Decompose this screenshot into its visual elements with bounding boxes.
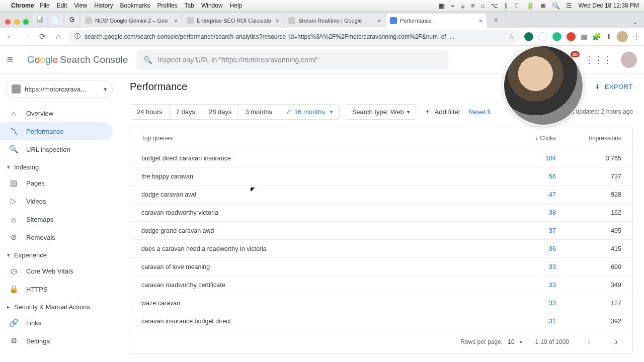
close-tab-icon[interactable]: × [478, 17, 482, 25]
table-row[interactable]: dodge caravan awd47928 [130, 186, 632, 204]
tray-icon[interactable]: ≡ [471, 2, 475, 10]
date-seg-3m[interactable]: 3 months [238, 105, 279, 119]
date-seg-28d[interactable]: 28 days [202, 105, 239, 119]
next-page-button[interactable]: › [609, 337, 623, 346]
close-tab-icon[interactable]: × [377, 17, 381, 25]
pinned-tab[interactable]: 📊 [33, 13, 47, 26]
sidebar-item-performance[interactable]: 〽 Performance [0, 122, 113, 140]
browser-tab[interactable]: Stream Realtime | Google × [284, 14, 385, 28]
rows-per-page-select[interactable]: 10 ▾ [508, 338, 522, 345]
pinned-tab[interactable]: 📄 [49, 13, 63, 26]
reload-button[interactable]: ⟳ [36, 32, 48, 41]
wifi-icon[interactable]: ⋒ [540, 2, 546, 10]
window-controls[interactable] [3, 19, 33, 28]
sidebar-item-url-inspection[interactable]: 🔍 URL inspection [0, 140, 113, 158]
url-inspect-input[interactable]: 🔍 Inspect any URL in "https://motorcarav… [136, 50, 448, 70]
tray-icon[interactable]: ⌁ [451, 2, 455, 10]
account-avatar-icon[interactable] [621, 52, 637, 68]
back-button[interactable]: ← [4, 32, 16, 41]
hamburger-menu-icon[interactable]: ≡ [7, 54, 19, 65]
prev-page-button[interactable]: ‹ [582, 337, 596, 346]
browser-tab[interactable]: NEW Google Gemini 2 – Goo × [81, 14, 182, 28]
address-bar[interactable]: ⓘ search.google.com/search-console/perfo… [68, 30, 520, 44]
fullscreen-window-icon[interactable] [23, 19, 29, 25]
close-window-icon[interactable] [5, 19, 11, 25]
extension-icon[interactable] [567, 32, 576, 41]
col-header-impressions[interactable]: Impressions [556, 135, 621, 142]
menu-view[interactable]: View [74, 2, 87, 9]
sidebar-section-experience[interactable]: ▾ Experience [0, 246, 119, 262]
tray-icon[interactable]: ⌥ [491, 2, 498, 10]
close-tab-icon[interactable]: × [275, 17, 279, 25]
home-button[interactable]: ⌂ [52, 32, 64, 41]
add-filter-button[interactable]: ＋ Add filter [422, 104, 462, 120]
sidebar-item-sitemaps[interactable]: ⎋ Sitemaps [0, 210, 113, 228]
sidebar-item-videos[interactable]: ▷ Videos [0, 192, 113, 210]
reset-filters-link[interactable]: Reset fi [468, 108, 491, 116]
new-tab-button[interactable]: + [490, 14, 503, 27]
col-header-clicks[interactable]: ↓ Clicks [496, 135, 556, 142]
menu-history[interactable]: History [94, 2, 113, 9]
sidebar-section-security[interactable]: ▸ Security & Manual Actions [0, 298, 119, 314]
sidebar-item-overview[interactable]: ⌂ Overview [0, 104, 113, 122]
search-type-chip[interactable]: Search type: Web ▾ [346, 104, 416, 120]
close-tab-icon[interactable]: × [174, 17, 178, 25]
extension-icon[interactable] [552, 32, 561, 41]
table-row[interactable]: budget direct caravan insurance1043,765 [130, 149, 632, 167]
date-seg-16m[interactable]: ✓ 16 months ▾ [279, 105, 339, 119]
bluetooth-icon[interactable]: ᛒ [504, 2, 508, 10]
active-app-name[interactable]: Chrome [11, 2, 34, 9]
menu-edit[interactable]: Edit [57, 2, 67, 9]
tray-icon[interactable]: ▦ [439, 2, 445, 10]
property-selector[interactable]: https://motorcarava... ▾ [6, 80, 113, 98]
browser-tab-active[interactable]: Performance × [386, 14, 487, 28]
tray-icon[interactable]: ⏚ [461, 2, 465, 10]
export-button[interactable]: ⬇ EXPORT [595, 83, 633, 90]
menu-window[interactable]: Window [201, 2, 223, 9]
sidebar-item-removals[interactable]: ⊘ Removals [0, 228, 113, 246]
sidebar-item-feedback[interactable]: ⚑ Submit feedback [0, 356, 113, 362]
moon-icon[interactable]: ☾ [514, 2, 520, 10]
table-row[interactable]: does a caravan need a roadworthy in vict… [130, 240, 632, 258]
minimize-window-icon[interactable] [14, 19, 20, 25]
bookmark-star-icon[interactable]: ☆ [509, 33, 514, 40]
table-row[interactable]: waze caravan33127 [130, 294, 632, 312]
extension-icon[interactable]: ▦ [581, 33, 587, 41]
menu-file[interactable]: File [40, 2, 49, 9]
sidebar-item-https[interactable]: 🔒 HTTPS [0, 280, 113, 298]
date-seg-24h[interactable]: 24 hours [130, 105, 170, 119]
gsc-logo[interactable]: Google Search Console [27, 54, 128, 65]
sidebar-item-pages[interactable]: ▤ Pages [0, 174, 113, 192]
browser-tab[interactable]: Enterprise SEO ROI Calculato × [183, 14, 283, 28]
menu-profiles[interactable]: Profiles [157, 2, 178, 9]
extension-icon[interactable] [524, 32, 533, 41]
table-row[interactable]: caravan roadworthy victoria38162 [130, 204, 632, 222]
sidebar-item-links[interactable]: 🔗 Links [0, 314, 113, 332]
tabs-overflow-icon[interactable]: ⌄ [629, 18, 641, 28]
date-seg-7d[interactable]: 7 days [170, 105, 202, 119]
control-center-icon[interactable]: ☰ [566, 2, 572, 10]
downloads-icon[interactable]: ⬇ [606, 33, 612, 41]
table-row[interactable]: caravan roadworthy certificate33349 [130, 276, 632, 294]
forward-button[interactable]: → [20, 32, 32, 41]
extension-icon[interactable] [538, 32, 547, 41]
menu-tab[interactable]: Tab [185, 2, 194, 9]
table-row[interactable]: the happy caravan56737 [130, 167, 632, 186]
sidebar-item-settings[interactable]: ⚙ Settings [0, 332, 113, 350]
chrome-menu-icon[interactable]: ⋮ [633, 33, 640, 41]
clock[interactable]: Wed Dec 18 12:38 PM [578, 2, 639, 9]
google-apps-icon[interactable]: ⋮⋮⋮ [585, 54, 612, 65]
col-header-query[interactable]: Top queries [141, 135, 496, 142]
sidebar-section-indexing[interactable]: ▾ Indexing [0, 158, 119, 174]
table-row[interactable]: caravan of love meaning33600 [130, 258, 632, 276]
spotlight-icon[interactable]: 🔍 [552, 2, 560, 10]
sidebar-item-core-web-vitals[interactable]: ◷ Core Web Vitals [0, 262, 113, 280]
site-info-icon[interactable]: ⓘ [74, 32, 80, 41]
table-row[interactable]: dodge grand caravan awd37495 [130, 222, 632, 240]
pinned-tab[interactable]: G [65, 13, 79, 26]
profile-avatar-icon[interactable] [617, 31, 628, 42]
table-row[interactable]: caravan insurance budget direct31392 [130, 312, 632, 330]
menu-bookmarks[interactable]: Bookmarks [120, 2, 150, 9]
menu-help[interactable]: Help [230, 2, 243, 9]
extensions-puzzle-icon[interactable]: 🧩 [592, 33, 601, 41]
